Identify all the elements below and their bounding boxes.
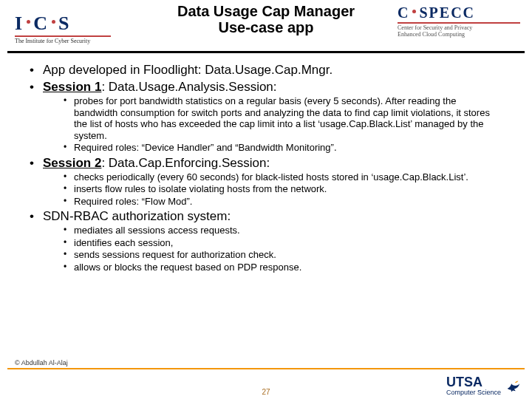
footer-author: © Abdullah Al-Alaj bbox=[15, 359, 68, 366]
bullet-text: SDN-RBAC authorization system: bbox=[43, 209, 231, 223]
logo-ics-subtitle: The Institute for Cyber Security bbox=[15, 38, 90, 44]
sub-bullet-item: probes for port bandwidth statistics on … bbox=[64, 95, 502, 141]
sub-bullet-list: probes for port bandwidth statistics on … bbox=[43, 95, 502, 154]
logo-ics-rule bbox=[15, 35, 111, 37]
sub-bullet-text: identifies each session, bbox=[74, 237, 173, 248]
sub-bullet-text: sends sessions request for authorization… bbox=[74, 249, 276, 260]
bullet-item: SDN-RBAC authorization system: mediates … bbox=[30, 208, 502, 273]
sub-bullet-text: mediates all sessions access requests. bbox=[74, 225, 240, 236]
sub-bullet-item: checks periodically (every 60 seconds) f… bbox=[64, 171, 502, 183]
sub-bullet-item: allows or blocks the request based on PD… bbox=[64, 262, 502, 273]
sub-bullet-text: Required roles: “Device Handler” and “Ba… bbox=[74, 142, 337, 153]
title-line2: Use-case app bbox=[177, 19, 355, 35]
bullet-list: App developed in Floodlight: Data.Usage.… bbox=[30, 62, 502, 273]
bullet-prefix: Session 1 bbox=[43, 80, 101, 94]
roadrunner-icon bbox=[505, 378, 522, 394]
logo-dot-icon bbox=[412, 10, 416, 13]
slide: ICS The Institute for Cyber Security Dat… bbox=[0, 0, 532, 399]
sub-bullet-item: inserts flow rules to isolate violating … bbox=[64, 183, 502, 195]
bullet-rest: : Data.Cap.Enforcing.Session: bbox=[101, 156, 270, 170]
body-content: App developed in Floodlight: Data.Usage.… bbox=[0, 53, 532, 273]
sub-bullet-item: sends sessions request for authorization… bbox=[64, 249, 502, 261]
sub-bullet-item: Required roles: “Device Handler” and “Ba… bbox=[64, 142, 502, 154]
sub-bullet-item: Required roles: “Flow Mod”. bbox=[64, 196, 502, 208]
logo-dot-icon bbox=[27, 20, 30, 24]
header-rule bbox=[7, 51, 525, 53]
sub-bullet-item: mediates all sessions access requests. bbox=[64, 225, 502, 236]
sub-bullet-text: probes for port bandwidth statistics on … bbox=[74, 95, 490, 141]
bullet-item: Session 1: Data.Usage.Analysis.Session: … bbox=[30, 79, 502, 154]
logo-cspecc: CSPECC Center for Security and Privacy E… bbox=[398, 4, 522, 38]
utsa-mark: UTSA bbox=[446, 375, 482, 389]
bullet-rest: : Data.Usage.Analysis.Session: bbox=[101, 80, 276, 94]
logo-cspecc-subtitle1: Center for Security and Privacy bbox=[398, 24, 472, 31]
slide-title: Data Usage Cap Manager Use-case app bbox=[177, 3, 355, 35]
logo-dot-icon bbox=[52, 20, 55, 24]
footer-rule bbox=[7, 368, 525, 369]
bullet-prefix: Session 2 bbox=[43, 156, 101, 170]
title-line1: Data Usage Cap Manager bbox=[177, 3, 355, 19]
utsa-sub: Computer Science bbox=[446, 389, 501, 396]
logo-cspecc-rule bbox=[398, 22, 520, 24]
sub-bullet-list: mediates all sessions access requests. i… bbox=[43, 225, 502, 273]
logo-cspecc-subtitle2: Enhanced Cloud Computing bbox=[398, 31, 465, 38]
utsa-text-block: UTSA Computer Science bbox=[446, 375, 501, 396]
bullet-item: Session 2: Data.Cap.Enforcing.Session: c… bbox=[30, 155, 502, 208]
logo-ics: ICS The Institute for Cyber Security bbox=[15, 13, 118, 44]
bullet-text: App developed in Floodlight: Data.Usage.… bbox=[43, 63, 332, 77]
logo-cspecc-text: CSPECC bbox=[398, 4, 475, 21]
bullet-item: App developed in Floodlight: Data.Usage.… bbox=[30, 62, 502, 78]
logo-utsa: UTSA Computer Science bbox=[446, 375, 522, 396]
footer: © Abdullah Al-Alaj 27 UTSA Computer Scie… bbox=[0, 368, 532, 399]
sub-bullet-text: checks periodically (every 60 seconds) f… bbox=[74, 171, 468, 183]
page-number: 27 bbox=[262, 388, 270, 396]
logo-ics-text: ICS bbox=[15, 13, 70, 35]
header: ICS The Institute for Cyber Security Dat… bbox=[0, 0, 532, 53]
sub-bullet-item: identifies each session, bbox=[64, 237, 502, 249]
sub-bullet-text: allows or blocks the request based on PD… bbox=[74, 262, 301, 273]
sub-bullet-list: checks periodically (every 60 seconds) f… bbox=[43, 171, 502, 208]
sub-bullet-text: inserts flow rules to isolate violating … bbox=[74, 183, 327, 194]
sub-bullet-text: Required roles: “Flow Mod”. bbox=[74, 196, 192, 207]
